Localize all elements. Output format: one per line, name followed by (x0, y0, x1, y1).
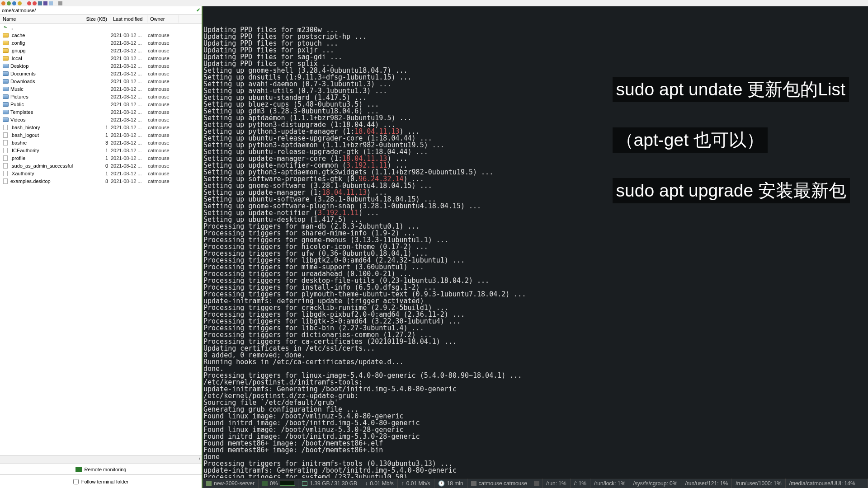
file-owner: catmouse (148, 109, 179, 115)
toolbar-icon[interactable] (27, 1, 31, 5)
col-owner[interactable]: Owner (147, 15, 179, 23)
current-path: ome/catmouse/ (2, 8, 36, 13)
host-icon (206, 481, 212, 486)
file-row[interactable]: .gnupg2021-08-12 ...catmouse (0, 47, 202, 54)
file-row[interactable]: Public2021-08-12 ...catmouse (0, 100, 202, 108)
file-row[interactable]: .ICEauthority12021-08-12 ...catmouse (0, 146, 202, 154)
disk-usage: /run: 1% (542, 479, 570, 488)
file-name: .bash_history (10, 125, 83, 130)
file-name: Templates (10, 109, 83, 115)
file-icon (2, 155, 9, 161)
file-modified: 2021-08-12 ... (111, 40, 148, 46)
col-modified[interactable]: Last modified (110, 15, 147, 23)
file-owner: catmouse (148, 140, 179, 145)
file-row[interactable]: .bash_logout12021-08-12 ...catmouse (0, 131, 202, 139)
toolbar-icon[interactable] (38, 1, 42, 5)
file-modified: 2021-08-12 ... (111, 163, 148, 169)
file-owner: catmouse (148, 125, 179, 130)
file-row[interactable]: .sudo_as_admin_successful02021-08-12 ...… (0, 162, 202, 169)
toolbar-icon[interactable] (12, 1, 16, 5)
file-owner: catmouse (148, 148, 179, 153)
clock-icon: 🕐 (438, 480, 445, 487)
file-row[interactable]: examples.desktop82021-08-12 ...catmouse (0, 177, 202, 185)
file-modified: 2021-08-12 ... (111, 48, 148, 53)
file-row[interactable]: .bashrc32021-08-12 ...catmouse (0, 139, 202, 146)
file-owner: catmouse (148, 94, 179, 99)
toolbar-icon[interactable] (33, 1, 37, 5)
file-row[interactable]: Downloads2021-08-12 ...catmouse (0, 77, 202, 85)
annotation-line: sudo apt upgrade 安装最新包 (613, 178, 850, 203)
monitor-icon (75, 467, 82, 472)
terminal-output[interactable]: sudo apt undate 更新包的List （apt-get 也可以） s… (203, 6, 868, 478)
file-name: examples.desktop (10, 178, 83, 184)
toolbar-icon[interactable] (43, 1, 47, 5)
folder-icon (2, 56, 9, 61)
app-toolbar (0, 0, 868, 6)
annotation-line: sudo apt undate 更新包的List (613, 77, 849, 102)
file-modified: 2021-08-12 ... (111, 79, 148, 84)
file-row-up[interactable]: ⬑.. (0, 23, 202, 31)
file-panel: ome/catmouse/ ✔ Name Size (KB) Last modi… (0, 6, 203, 488)
check-icon: ✔ (196, 7, 200, 13)
toolbar-icon[interactable] (58, 1, 62, 5)
file-modified: 2021-08-12 ... (111, 117, 148, 122)
file-owner: catmouse (148, 33, 179, 38)
toolbar-icon[interactable] (18, 1, 22, 5)
file-list[interactable]: ⬑...cache2021-08-12 ...catmouse.config20… (0, 23, 202, 455)
file-modified: 2021-08-12 ... (111, 102, 148, 107)
status-net-up: ↑0.01 Mb/s (398, 479, 434, 488)
file-icon (2, 163, 9, 169)
file-icon (2, 140, 9, 145)
file-row[interactable]: Pictures2021-08-12 ...catmouse (0, 93, 202, 100)
file-row[interactable]: .profile12021-08-12 ...catmouse (0, 154, 202, 162)
file-owner: catmouse (148, 132, 179, 138)
file-modified: 2021-08-12 ... (111, 33, 148, 38)
file-owner: catmouse (148, 40, 179, 46)
file-name: .Xauthority (10, 171, 83, 176)
follow-terminal-row[interactable]: Follow terminal folder (0, 474, 202, 488)
file-row[interactable]: .config2021-08-12 ...catmouse (0, 39, 202, 47)
file-row[interactable]: Music2021-08-12 ...catmouse (0, 85, 202, 93)
file-name: Pictures (10, 94, 83, 99)
file-owner: catmouse (148, 117, 179, 122)
file-icon (2, 178, 9, 184)
file-owner: catmouse (148, 86, 179, 92)
file-row[interactable]: Desktop2021-08-12 ...catmouse (0, 62, 202, 70)
file-name: .config (10, 40, 83, 46)
file-name: .bashrc (10, 140, 83, 145)
horizontal-scrollbar[interactable]: › (0, 455, 202, 464)
toolbar-icon[interactable] (7, 1, 11, 5)
col-name[interactable]: Name (0, 15, 82, 23)
status-mem: 1.39 GB / 31.30 GB (298, 479, 361, 488)
file-name: Videos (10, 117, 83, 122)
file-name: Music (10, 86, 83, 92)
file-row[interactable]: Documents2021-08-12 ...catmouse (0, 70, 202, 77)
memory-icon (302, 481, 307, 486)
file-row[interactable]: .bash_history12021-08-12 ...catmouse (0, 123, 202, 131)
status-net-down: ↓0.01 Mb/s (361, 479, 398, 488)
file-size: 3 (83, 140, 111, 145)
file-row[interactable]: Videos2021-08-12 ...catmouse (0, 116, 202, 123)
col-size[interactable]: Size (KB) (82, 15, 110, 23)
disk-usage: /: 1% (570, 479, 590, 488)
follow-terminal-checkbox[interactable] (73, 479, 79, 484)
remote-monitoring-row[interactable]: Remote monitoring (0, 464, 202, 474)
folder-icon (2, 109, 9, 115)
file-modified: 2021-08-12 ... (111, 125, 148, 130)
folder-icon (2, 102, 9, 107)
file-owner: catmouse (148, 155, 179, 161)
toolbar-icon[interactable] (49, 1, 53, 5)
file-name: .local (10, 56, 83, 61)
file-modified: 2021-08-12 ... (111, 171, 148, 176)
file-row[interactable]: .local2021-08-12 ...catmouse (0, 54, 202, 62)
folder-icon (2, 117, 9, 122)
disk-usage: /sys/fs/cgroup: 0% (629, 479, 681, 488)
file-row[interactable]: .cache2021-08-12 ...catmouse (0, 31, 202, 39)
file-row[interactable]: .Xauthority12021-08-12 ...catmouse (0, 169, 202, 177)
folder-icon (2, 94, 9, 99)
file-modified: 2021-08-12 ... (111, 56, 148, 61)
toolbar-icon[interactable] (1, 1, 5, 5)
terminal-panel: sudo apt undate 更新包的List （apt-get 也可以） s… (203, 6, 868, 488)
path-bar[interactable]: ome/catmouse/ ✔ (0, 6, 202, 14)
file-row[interactable]: Templates2021-08-12 ...catmouse (0, 108, 202, 116)
